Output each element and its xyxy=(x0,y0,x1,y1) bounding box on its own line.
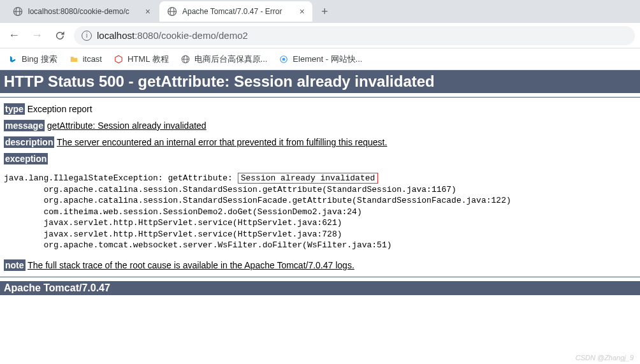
url-text: localhost:8080/cookie-demo/demo2 xyxy=(97,30,248,41)
message-value: getAttribute: Session already invalidate… xyxy=(47,120,207,131)
footer-version: Apache Tomcat/7.0.47 xyxy=(0,281,640,295)
report-body: type Exception report message getAttribu… xyxy=(0,104,640,164)
description-value: The server encountered an internal error… xyxy=(57,137,387,147)
globe-icon xyxy=(180,54,191,64)
message-line: message getAttribute: Session already in… xyxy=(4,120,636,131)
reload-button[interactable] xyxy=(51,27,69,45)
tab-title: Apache Tomcat/7.0.47 - Error xyxy=(182,7,295,16)
exception-line: exception xyxy=(4,154,636,164)
stack-trace: java.lang.IllegalStateException: getAttr… xyxy=(0,170,640,254)
note-label: note xyxy=(4,259,25,271)
note-line: note The full stack trace of the root ca… xyxy=(4,260,636,270)
bookmark-label: Element - 网站快... xyxy=(293,54,362,65)
bookmark-label: itcast xyxy=(83,54,102,64)
type-line: type Exception report xyxy=(4,104,636,114)
bookmark-label: 电商后台高保真原... xyxy=(194,54,268,65)
bookmark-element[interactable]: Element - 网站快... xyxy=(279,54,362,65)
type-value: Exception report xyxy=(27,104,92,114)
description-line: description The server encountered an in… xyxy=(4,137,636,147)
element-icon xyxy=(279,54,289,64)
folder-icon xyxy=(69,54,79,64)
message-label: message xyxy=(4,120,45,131)
exception-label: exception xyxy=(4,153,48,164)
url-path: /cookie-demo/demo2 xyxy=(159,30,248,41)
report-body-note: note The full stack trace of the root ca… xyxy=(0,260,640,270)
hex-icon xyxy=(113,54,124,64)
url-host: localhost xyxy=(97,30,135,41)
bookmarks-bar: Bing 搜索 itcast HTML 教程 电商后台高保真原... Eleme… xyxy=(0,48,640,70)
toolbar: ← → i localhost:8080/cookie-demo/demo2 xyxy=(0,23,640,48)
page-content: HTTP Status 500 - getAttribute: Session … xyxy=(0,70,640,295)
tab-2-active[interactable]: Apache Tomcat/7.0.47 - Error × xyxy=(159,1,312,22)
divider xyxy=(0,97,640,98)
tab-bar: localhost:8080/cookie-demo/c × Apache To… xyxy=(0,0,640,23)
bookmark-ecommerce[interactable]: 电商后台高保真原... xyxy=(180,54,268,65)
site-info-icon[interactable]: i xyxy=(82,31,92,41)
close-icon[interactable]: × xyxy=(300,6,305,17)
divider xyxy=(0,277,640,277)
globe-icon xyxy=(13,6,23,17)
type-label: type xyxy=(4,103,25,115)
bing-icon xyxy=(8,54,18,64)
note-value: The full stack trace of the root cause i… xyxy=(27,260,354,270)
bookmark-label: Bing 搜索 xyxy=(22,54,57,65)
globe-icon xyxy=(167,6,177,17)
bookmark-label: HTML 教程 xyxy=(127,54,169,65)
back-button[interactable]: ← xyxy=(5,27,23,45)
bookmark-html[interactable]: HTML 教程 xyxy=(113,54,169,65)
new-tab-button[interactable]: + xyxy=(314,5,336,18)
tab-1[interactable]: localhost:8080/cookie-demo/c × xyxy=(5,1,158,22)
description-label: description xyxy=(4,136,54,148)
svg-point-11 xyxy=(282,57,286,61)
address-bar[interactable]: i localhost:8080/cookie-demo/demo2 xyxy=(74,26,635,45)
bookmark-itcast[interactable]: itcast xyxy=(69,54,102,64)
status-header: HTTP Status 500 - getAttribute: Session … xyxy=(0,70,640,93)
forward-button[interactable]: → xyxy=(28,27,46,45)
svg-marker-6 xyxy=(115,55,122,63)
close-icon[interactable]: × xyxy=(145,6,150,17)
url-port: :8080 xyxy=(135,30,159,41)
tab-title: localhost:8080/cookie-demo/c xyxy=(28,7,140,16)
bookmark-bing[interactable]: Bing 搜索 xyxy=(8,54,57,65)
browser-chrome: localhost:8080/cookie-demo/c × Apache To… xyxy=(0,0,640,70)
